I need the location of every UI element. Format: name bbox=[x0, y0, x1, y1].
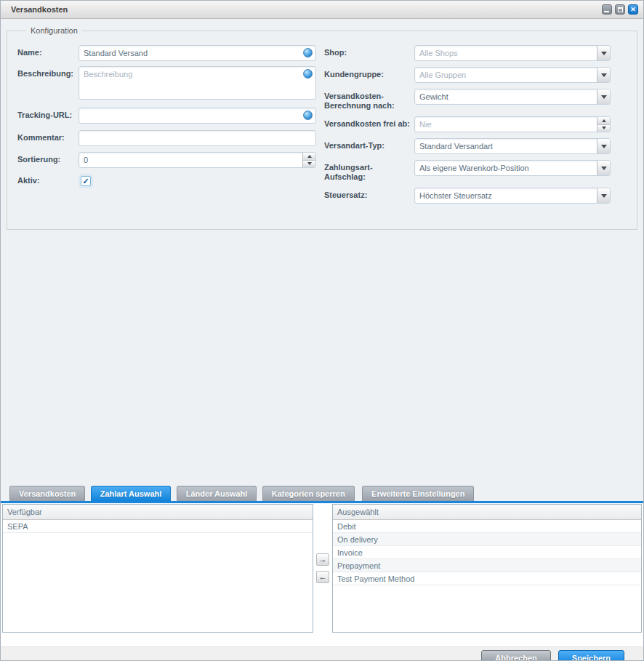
aktiv-checkbox[interactable]: ✓ bbox=[81, 176, 91, 186]
globe-icon[interactable] bbox=[303, 111, 313, 120]
versandart-typ-combobox bbox=[414, 138, 611, 154]
tab-bar: Versandkosten Zahlart Auswahl Länder Aus… bbox=[1, 486, 643, 503]
selected-grid-header: Ausgewählt bbox=[333, 505, 641, 520]
spin-up-button[interactable] bbox=[597, 117, 610, 125]
shop-combobox bbox=[414, 45, 611, 61]
kundengruppe-label: Kundengruppe: bbox=[324, 67, 414, 83]
form-row: Beschreibung: bbox=[17, 66, 324, 103]
spin-down-icon bbox=[307, 162, 312, 165]
sortierung-label: Sortierung: bbox=[17, 152, 79, 168]
form-column-right: Shop: Kundengruppe: bbox=[324, 45, 627, 209]
window-titlebar[interactable]: Versandkosten ✕ bbox=[1, 1, 643, 19]
list-item[interactable]: Debit bbox=[333, 520, 641, 533]
dropdown-trigger-button[interactable] bbox=[597, 46, 610, 60]
steuersatz-combobox bbox=[414, 188, 611, 204]
konfiguration-fieldset: Konfiguration Name: Beschreibung: bbox=[7, 26, 637, 230]
list-item[interactable]: Test Payment Method bbox=[333, 572, 641, 585]
spin-down-button[interactable] bbox=[597, 125, 610, 132]
save-button[interactable]: Speichern bbox=[558, 650, 624, 661]
tracking-url-label: Tracking-URL: bbox=[17, 108, 79, 124]
close-icon: ✕ bbox=[630, 5, 636, 14]
minimize-button[interactable] bbox=[602, 4, 612, 15]
window-title: Versandkosten bbox=[1, 1, 643, 18]
form-row: Versandart-Typ: bbox=[324, 138, 627, 154]
dropdown-trigger-button[interactable] bbox=[597, 89, 610, 104]
name-input[interactable] bbox=[79, 45, 316, 61]
list-item[interactable]: On delivery bbox=[333, 533, 641, 546]
dropdown-trigger-button[interactable] bbox=[597, 161, 610, 175]
form-row: Name: bbox=[17, 45, 324, 61]
shop-input[interactable] bbox=[415, 46, 597, 60]
selected-grid: Ausgewählt Debit On delivery Invoice Pre… bbox=[332, 504, 642, 633]
berechnung-combobox bbox=[414, 89, 611, 105]
steuersatz-label: Steuersatz: bbox=[324, 188, 414, 204]
sortierung-spinner bbox=[79, 152, 316, 168]
chevron-down-icon bbox=[601, 194, 607, 198]
zahlungsart-aufschlag-input[interactable] bbox=[415, 161, 597, 175]
tab-erweiterte-einstellungen[interactable]: Erweiterte Einstellungen bbox=[362, 486, 474, 501]
tracking-url-input[interactable] bbox=[79, 108, 316, 124]
steuersatz-input[interactable] bbox=[415, 188, 597, 203]
available-grid-header: Verfügbar bbox=[3, 505, 313, 520]
spin-up-icon bbox=[602, 119, 606, 122]
form-row: Shop: bbox=[324, 45, 627, 61]
chevron-down-icon bbox=[601, 73, 607, 77]
form-row: Kundengruppe: bbox=[324, 67, 627, 83]
globe-icon[interactable] bbox=[303, 48, 313, 57]
close-button[interactable]: ✕ bbox=[628, 4, 638, 15]
versandart-typ-label: Versandart-Typ: bbox=[324, 138, 414, 154]
move-right-button[interactable]: → bbox=[316, 553, 329, 566]
list-item[interactable]: SEPA bbox=[3, 520, 313, 533]
restore-button[interactable] bbox=[615, 4, 625, 15]
fieldset-legend: Konfiguration bbox=[26, 26, 82, 35]
kommentar-input[interactable] bbox=[79, 130, 316, 146]
arrow-left-icon: ← bbox=[319, 572, 327, 581]
tab-versandkosten[interactable]: Versandkosten bbox=[9, 486, 85, 501]
available-grid: Verfügbar SEPA bbox=[2, 504, 313, 633]
move-left-button[interactable]: ← bbox=[316, 571, 329, 583]
tab-laender-auswahl[interactable]: Länder Auswahl bbox=[177, 486, 257, 501]
cancel-button[interactable]: Abbrechen bbox=[481, 650, 550, 661]
list-item[interactable]: Prepayment bbox=[333, 559, 641, 572]
kommentar-label: Kommentar: bbox=[17, 130, 79, 146]
frei-ab-label: Versandkosten frei ab: bbox=[324, 116, 414, 132]
form-row: Zahlungsart-Aufschlag: bbox=[324, 160, 627, 182]
spin-up-icon bbox=[307, 155, 312, 158]
tab-zahlart-auswahl[interactable]: Zahlart Auswahl bbox=[91, 486, 172, 501]
form-area: Konfiguration Name: Beschreibung: bbox=[1, 26, 643, 486]
globe-icon[interactable] bbox=[303, 69, 313, 79]
versandart-typ-input[interactable] bbox=[415, 139, 597, 153]
kundengruppe-combobox bbox=[414, 67, 611, 83]
frei-ab-input[interactable] bbox=[415, 117, 597, 132]
kundengruppe-input[interactable] bbox=[415, 68, 597, 82]
chevron-down-icon bbox=[601, 95, 607, 99]
dropdown-trigger-button[interactable] bbox=[597, 139, 610, 153]
chevron-down-icon bbox=[601, 52, 607, 55]
arrow-right-icon: → bbox=[319, 555, 327, 564]
beschreibung-textarea[interactable] bbox=[79, 66, 316, 100]
versandkosten-window: Versandkosten ✕ Konfiguration Name: bbox=[0, 0, 644, 661]
minimize-icon bbox=[604, 11, 609, 12]
list-item[interactable]: Invoice bbox=[333, 546, 641, 559]
spin-down-icon bbox=[602, 127, 606, 129]
shop-label: Shop: bbox=[324, 45, 414, 61]
sortierung-input[interactable] bbox=[79, 153, 302, 167]
window-controls: ✕ bbox=[602, 4, 638, 15]
zahlungsart-aufschlag-combobox bbox=[414, 160, 611, 176]
name-label: Name: bbox=[17, 45, 79, 61]
check-icon: ✓ bbox=[82, 177, 89, 185]
frei-ab-spinner bbox=[414, 116, 611, 132]
form-row: Kommentar: bbox=[17, 130, 324, 146]
berechnung-input[interactable] bbox=[415, 89, 597, 104]
beschreibung-label: Beschreibung: bbox=[17, 66, 79, 103]
spin-down-button[interactable] bbox=[303, 161, 315, 168]
zahlungsart-aufschlag-label: Zahlungsart-Aufschlag: bbox=[324, 160, 414, 182]
tab-kategorien-sperren[interactable]: Kategorien sperren bbox=[262, 486, 355, 501]
dropdown-trigger-button[interactable] bbox=[597, 68, 610, 82]
zahlart-tab-panel: Verfügbar SEPA → ← Ausgewählt Debit On d… bbox=[1, 503, 643, 646]
form-row: Sortierung: bbox=[17, 152, 324, 168]
spin-up-button[interactable] bbox=[303, 153, 315, 161]
chevron-down-icon bbox=[601, 167, 607, 170]
dropdown-trigger-button[interactable] bbox=[597, 188, 610, 203]
form-column-left: Name: Beschreibung: bbox=[17, 45, 324, 209]
